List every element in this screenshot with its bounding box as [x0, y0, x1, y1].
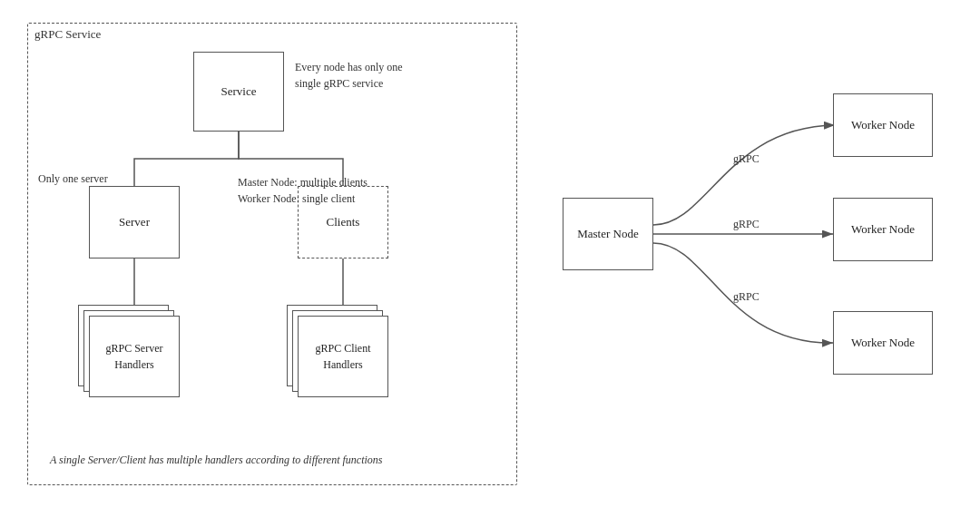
grpc-service-label: gRPC Service [34, 27, 101, 42]
grpc-label-2: gRPC [733, 218, 760, 231]
clients-note: Master Node: multiple clientsWorker Node… [238, 174, 368, 207]
server-box: Server [89, 186, 180, 258]
service-box: Service [193, 52, 284, 132]
worker-node-2-box: Worker Node [833, 198, 933, 261]
service-note: Every node has only onesingle gRPC servi… [295, 59, 403, 92]
bottom-note: A single Server/Client has multiple hand… [50, 454, 383, 467]
worker-node-1-box: Worker Node [833, 93, 933, 157]
grpc-client-handlers-box: gRPC ClientHandlers [298, 316, 388, 397]
only-one-server-label: Only one server [38, 172, 108, 186]
grpc-label-1: gRPC [733, 152, 760, 166]
worker-node-3-box: Worker Node [833, 311, 933, 375]
master-node-box: Master Node [563, 198, 653, 270]
grpc-label-3: gRPC [733, 290, 760, 304]
grpc-server-handlers-box: gRPC ServerHandlers [89, 316, 180, 397]
diagram-container: gRPC Service Service Every node has only… [0, 0, 980, 517]
